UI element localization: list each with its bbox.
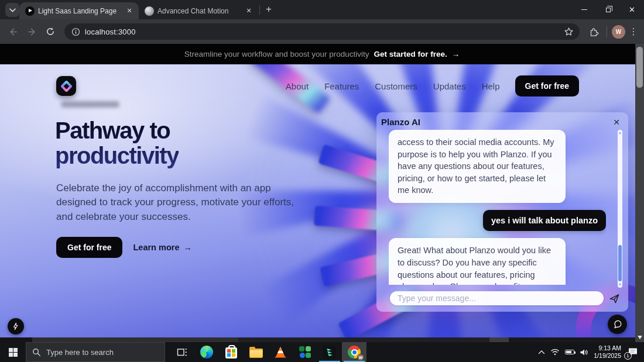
blurred-text-blob — [61, 101, 119, 108]
edge-icon — [200, 346, 213, 358]
scroll-down-icon[interactable] — [619, 284, 621, 286]
hero-get-for-free-button[interactable]: Get for free — [56, 237, 122, 258]
green-app-button[interactable] — [293, 342, 317, 362]
title-line-1: Pathway to — [55, 118, 170, 143]
nav-link-about[interactable]: About — [286, 81, 309, 91]
back-arrow-icon — [8, 27, 18, 37]
file-explorer-button[interactable] — [244, 342, 268, 362]
chat-message-list: access to their social media accounts. M… — [389, 130, 606, 285]
close-icon: ✕ — [629, 5, 635, 14]
speaker-icon[interactable] — [580, 349, 588, 356]
browser-menu-button[interactable]: ⋮ — [628, 26, 639, 37]
tab-title: Light Saas Landing Page — [38, 7, 121, 15]
bookmark-star-icon[interactable] — [564, 27, 574, 37]
clock-time: 9:13 AM — [594, 344, 621, 352]
paper-plane-icon — [609, 293, 620, 304]
user-message-bubble: yes i will talk about planzo — [483, 210, 606, 232]
maximize-button[interactable] — [596, 0, 620, 19]
reload-button[interactable] — [42, 23, 59, 40]
store-icon — [225, 347, 237, 358]
taskbar-search-box[interactable] — [26, 342, 165, 362]
chat-scrollbar-thumb[interactable] — [618, 245, 622, 281]
minimize-button[interactable] — [572, 0, 596, 19]
nav-link-features[interactable]: Features — [324, 81, 359, 91]
reload-icon — [46, 27, 55, 36]
banner-cta-link[interactable]: Get started for free. — [374, 50, 447, 58]
minimize-icon — [581, 9, 587, 11]
green-app-icon — [299, 346, 311, 358]
vlc-button[interactable] — [268, 342, 293, 362]
banner-arrow-icon: → — [452, 50, 460, 58]
hero-section: About Features Customers Updates Help Ge… — [0, 64, 644, 337]
tray-chevron-up-icon[interactable] — [538, 350, 545, 354]
tab-close-icon[interactable]: ✕ — [125, 6, 134, 16]
tab-light-saas-landing-page[interactable]: Light Saas Landing Page ✕ — [19, 2, 139, 19]
chat-launcher-button[interactable] — [608, 315, 627, 334]
play-favicon-icon — [25, 6, 35, 16]
start-button[interactable] — [0, 342, 26, 362]
forward-button[interactable] — [23, 23, 40, 40]
site-header: About Features Customers Updates Help Ge… — [56, 75, 579, 96]
page-scrollbar-thumb[interactable] — [636, 47, 643, 88]
title-line-2: productivity — [55, 143, 179, 168]
profile-avatar[interactable]: W — [612, 25, 625, 39]
chat-message-input[interactable] — [390, 291, 604, 305]
notification-badge: 1 — [624, 352, 632, 360]
extensions-button[interactable] — [585, 23, 602, 40]
tab-separator — [259, 5, 260, 15]
get-for-free-button[interactable]: Get for free — [515, 75, 579, 96]
hero-cta-row: Get for free Learn more → — [56, 237, 192, 258]
tab-search-button[interactable] — [5, 3, 19, 17]
learn-more-label: Learn more — [133, 243, 179, 252]
learn-more-link[interactable]: Learn more → — [133, 243, 191, 252]
bot-message-bubble: Great! What about Planzo would you like … — [389, 238, 566, 285]
send-button[interactable] — [609, 293, 620, 304]
battery-icon[interactable] — [565, 350, 574, 354]
hero-description: Celebrate the joy of accomplishment with… — [56, 181, 307, 224]
new-tab-button[interactable]: + — [266, 4, 272, 15]
nav-link-customers[interactable]: Customers — [375, 81, 417, 91]
search-icon — [32, 348, 41, 357]
dev-tools-button[interactable] — [8, 318, 24, 335]
taskbar-search-input[interactable] — [46, 348, 146, 357]
scroll-down-icon[interactable] — [638, 336, 642, 339]
restore-icon — [606, 8, 611, 12]
diamond-logo-icon — [60, 80, 72, 92]
edge-button[interactable] — [194, 342, 219, 362]
nav-link-updates[interactable]: Updates — [433, 81, 466, 91]
site-info-icon[interactable] — [71, 27, 80, 36]
folder-icon — [249, 349, 263, 358]
address-bar[interactable]: localhost:3000 — [64, 23, 580, 40]
chat-scrollbar[interactable] — [618, 130, 622, 288]
windows-taskbar: W 9:13 AM 1/19/2025 1 — [0, 342, 644, 362]
puzzle-icon — [588, 26, 599, 37]
tab-advanced-chat-motion[interactable]: Advanced Chat Motion ✕ — [139, 2, 258, 19]
microsoft-store-button[interactable] — [219, 342, 244, 362]
bot-message-bubble: access to their social media accounts. M… — [389, 130, 566, 203]
task-view-button[interactable] — [170, 342, 194, 362]
forward-arrow-icon — [27, 27, 37, 37]
window-controls: ✕ — [572, 0, 644, 19]
url-text[interactable]: localhost:3000 — [85, 27, 564, 36]
scroll-up-icon[interactable] — [619, 132, 621, 134]
leaf-app-button[interactable] — [317, 342, 342, 362]
nav-link-help[interactable]: Help — [482, 81, 500, 91]
chat-title: Planzo AI — [381, 117, 420, 127]
leaf-app-icon — [323, 346, 336, 358]
chat-close-icon[interactable]: ✕ — [611, 117, 622, 127]
page-dark-strip — [0, 337, 644, 342]
back-button[interactable] — [5, 23, 21, 40]
page-scrollbar[interactable] — [635, 44, 644, 342]
taskbar-clock[interactable]: 9:13 AM 1/19/2025 — [594, 344, 621, 360]
close-window-button[interactable]: ✕ — [620, 0, 644, 19]
clock-date: 1/19/2025 — [594, 352, 621, 360]
vlc-cone-icon — [275, 347, 286, 358]
browser-window: Light Saas Landing Page ✕ Advanced Chat … — [0, 0, 644, 362]
notification-center-button[interactable]: 1 — [626, 346, 639, 358]
planzo-logo[interactable] — [56, 76, 76, 96]
chrome-button[interactable]: W — [342, 342, 366, 362]
tab-close-icon[interactable]: ✕ — [244, 6, 254, 16]
wifi-icon[interactable] — [550, 349, 560, 356]
system-tray: 9:13 AM 1/19/2025 1 — [538, 342, 644, 362]
arrow-right-icon: → — [183, 243, 192, 252]
